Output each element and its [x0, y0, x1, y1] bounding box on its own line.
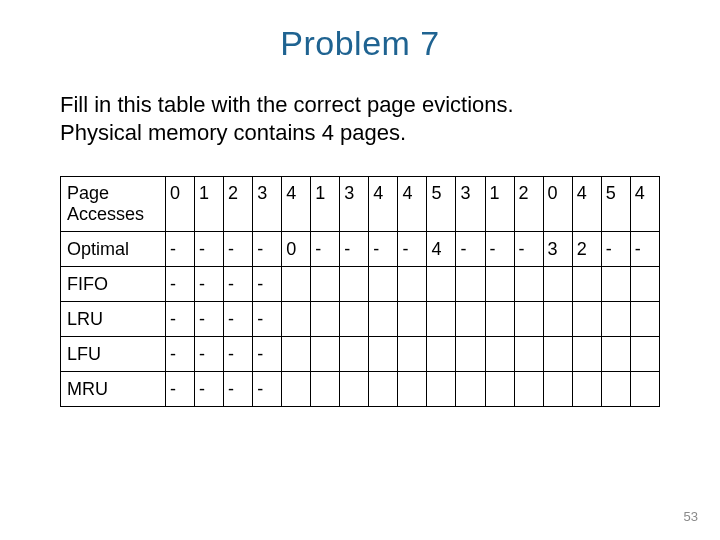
cell: -	[514, 232, 543, 267]
cell	[340, 267, 369, 302]
cell	[630, 267, 659, 302]
cell: -	[253, 232, 282, 267]
cell: -	[630, 232, 659, 267]
cell: -	[253, 372, 282, 407]
cell	[369, 337, 398, 372]
row-label: FIFO	[61, 267, 166, 302]
col-header: 5	[601, 177, 630, 232]
cell	[514, 302, 543, 337]
evictions-table: Page Accesses 01234134453120454 Optimal-…	[60, 176, 660, 407]
row-label: LFU	[61, 337, 166, 372]
cell	[514, 372, 543, 407]
row-label: MRU	[61, 372, 166, 407]
cell: -	[253, 267, 282, 302]
cell	[601, 302, 630, 337]
cell: -	[195, 372, 224, 407]
col-header: 5	[427, 177, 456, 232]
cell	[485, 337, 514, 372]
col-header: 4	[630, 177, 659, 232]
cell	[369, 372, 398, 407]
row-header-label: Page Accesses	[61, 177, 166, 232]
cell: -	[224, 232, 253, 267]
table-row: LRU----	[61, 302, 660, 337]
instructions-line-2: Physical memory contains 4 pages.	[60, 119, 660, 147]
cell	[572, 337, 601, 372]
col-header: 1	[195, 177, 224, 232]
cell	[340, 302, 369, 337]
cell	[485, 267, 514, 302]
cell	[630, 372, 659, 407]
cell: -	[224, 267, 253, 302]
cell: 2	[572, 232, 601, 267]
cell	[282, 302, 311, 337]
page-number: 53	[684, 509, 698, 524]
cell	[427, 267, 456, 302]
cell	[572, 372, 601, 407]
cell	[340, 372, 369, 407]
table-header-row: Page Accesses 01234134453120454	[61, 177, 660, 232]
col-header: 1	[485, 177, 514, 232]
col-header: 4	[572, 177, 601, 232]
cell: -	[253, 302, 282, 337]
cell: -	[195, 232, 224, 267]
col-header: 1	[311, 177, 340, 232]
row-label: LRU	[61, 302, 166, 337]
cell	[543, 302, 572, 337]
cell	[572, 267, 601, 302]
row-label: Optimal	[61, 232, 166, 267]
cell	[572, 302, 601, 337]
cell	[543, 267, 572, 302]
cell	[543, 337, 572, 372]
col-header: 0	[166, 177, 195, 232]
cell	[427, 337, 456, 372]
col-header: 4	[282, 177, 311, 232]
cell	[282, 267, 311, 302]
cell	[601, 337, 630, 372]
cell: -	[398, 232, 427, 267]
table-body: Optimal----0----4---32--FIFO----LRU----L…	[61, 232, 660, 407]
cell: -	[369, 232, 398, 267]
col-header: 0	[543, 177, 572, 232]
cell	[398, 337, 427, 372]
cell: -	[224, 372, 253, 407]
cell: -	[340, 232, 369, 267]
cell	[369, 302, 398, 337]
cell	[485, 302, 514, 337]
cell	[282, 337, 311, 372]
cell: -	[166, 337, 195, 372]
cell	[630, 337, 659, 372]
col-header: 4	[369, 177, 398, 232]
cell	[456, 372, 485, 407]
cell: -	[485, 232, 514, 267]
cell	[630, 302, 659, 337]
instructions-line-1: Fill in this table with the correct page…	[60, 91, 660, 119]
cell: 3	[543, 232, 572, 267]
cell: -	[224, 337, 253, 372]
cell	[485, 372, 514, 407]
cell	[456, 302, 485, 337]
cell: -	[166, 372, 195, 407]
col-header: 3	[340, 177, 369, 232]
col-header: 3	[253, 177, 282, 232]
cell: -	[195, 337, 224, 372]
cell	[311, 302, 340, 337]
cell: -	[224, 302, 253, 337]
cell: -	[166, 267, 195, 302]
page-title: Problem 7	[60, 24, 660, 63]
cell: 4	[427, 232, 456, 267]
cell: -	[195, 267, 224, 302]
cell	[456, 267, 485, 302]
slide: Problem 7 Fill in this table with the co…	[0, 0, 720, 540]
cell	[427, 372, 456, 407]
cell	[601, 372, 630, 407]
cell	[398, 267, 427, 302]
cell: -	[195, 302, 224, 337]
cell: -	[456, 232, 485, 267]
cell	[427, 302, 456, 337]
cell	[340, 337, 369, 372]
instructions: Fill in this table with the correct page…	[60, 91, 660, 146]
table-row: MRU----	[61, 372, 660, 407]
cell	[456, 337, 485, 372]
cell	[311, 337, 340, 372]
cell	[543, 372, 572, 407]
